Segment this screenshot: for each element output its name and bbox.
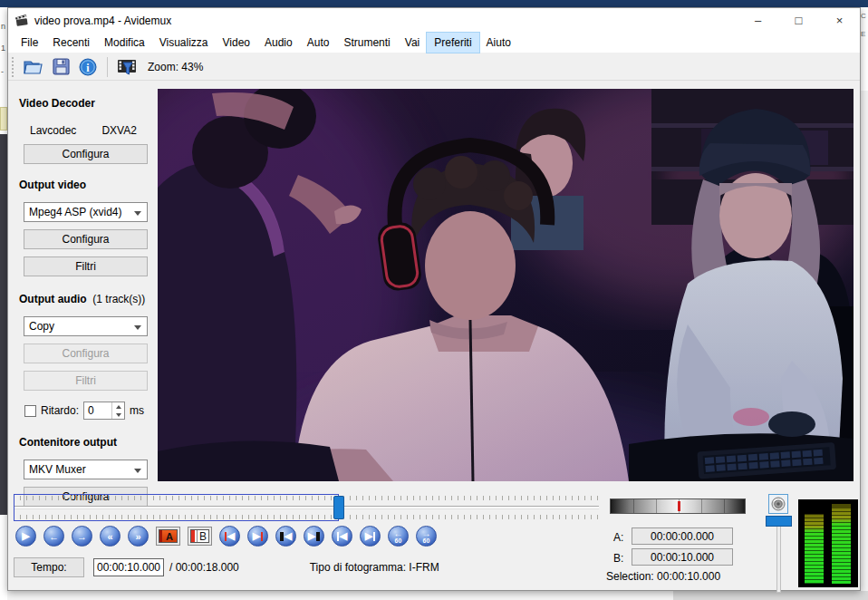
goto-marker-a-button[interactable]: ◀ bbox=[219, 526, 240, 547]
output-audio-heading: Output audio (1 track(s)) bbox=[19, 293, 158, 305]
menu-bar: File Recenti Modifica Visualizza Video A… bbox=[8, 33, 860, 53]
marker-b-label: B: bbox=[613, 552, 623, 565]
minimize-button[interactable]: – bbox=[738, 8, 778, 33]
title-bar[interactable]: video prova.mp4 - Avidemux – □ × bbox=[8, 8, 860, 33]
toolbar: i Zoom: 43% bbox=[8, 53, 860, 81]
audio-vu-meter bbox=[798, 499, 858, 587]
forward-fast-button[interactable]: » bbox=[128, 526, 149, 547]
transport-controls: ▶ ← → « » A B ◀ ▶ ◀ ▶ ◀ ▶ ←60 →60 bbox=[15, 526, 437, 547]
app-icon bbox=[15, 15, 29, 27]
speaker-icon bbox=[771, 497, 786, 511]
open-file-button[interactable] bbox=[22, 56, 45, 78]
video-configure-button[interactable]: Configura bbox=[24, 229, 148, 249]
delay-unit-label: ms bbox=[130, 404, 144, 417]
mute-button[interactable] bbox=[768, 494, 788, 514]
chevron-down-icon bbox=[134, 469, 141, 473]
video-frame-image bbox=[158, 89, 854, 481]
decoder-lib-label: Lavcodec bbox=[30, 124, 76, 137]
filter-film-icon bbox=[117, 58, 137, 76]
current-time-field[interactable]: 00:00:10.000 bbox=[93, 558, 164, 576]
goto-marker-b-button[interactable]: ▶ bbox=[247, 526, 268, 547]
menu-auto[interactable]: Auto bbox=[300, 33, 337, 53]
info-button[interactable]: i bbox=[76, 56, 100, 78]
next-keyframe-button[interactable]: ▶ bbox=[360, 526, 381, 547]
menu-modifica[interactable]: Modifica bbox=[97, 33, 152, 53]
time-mode-button[interactable]: Tempo: bbox=[14, 557, 84, 577]
prev-frame-button[interactable]: ← bbox=[43, 526, 64, 547]
background-window-left: n 1 - bbox=[0, 7, 7, 600]
video-filters-button[interactable] bbox=[115, 56, 139, 78]
play-button[interactable]: ▶ bbox=[15, 526, 36, 547]
close-button[interactable]: × bbox=[819, 8, 860, 33]
spin-down-icon[interactable] bbox=[112, 411, 124, 419]
menu-strumenti[interactable]: Strumenti bbox=[336, 33, 397, 53]
container-heading: Contenitore output bbox=[19, 436, 158, 449]
timeline-cursor[interactable] bbox=[333, 496, 344, 519]
shuttle-wheel[interactable] bbox=[610, 498, 746, 514]
vu-right-channel bbox=[832, 504, 851, 584]
marker-b-time-field: 00:00:10.000 bbox=[632, 548, 733, 566]
window-title: video prova.mp4 - Avidemux bbox=[34, 15, 171, 27]
background-bottom-left bbox=[7, 591, 673, 600]
video-codec-select[interactable]: Mpeg4 ASP (xvid4) bbox=[24, 202, 148, 222]
maximize-button[interactable]: □ bbox=[778, 8, 819, 33]
save-file-button[interactable] bbox=[49, 56, 72, 78]
menu-aiuto[interactable]: Aiuto bbox=[479, 33, 518, 53]
audio-codec-select[interactable]: Copy bbox=[24, 316, 148, 336]
set-marker-a-button[interactable]: A bbox=[156, 527, 180, 546]
sidebar: Video Decoder Lavcodec DXVA2 Configura O… bbox=[8, 84, 158, 481]
vu-left-channel bbox=[805, 514, 824, 584]
marker-a-label: A: bbox=[613, 531, 623, 544]
back-60-frames-button[interactable]: ←60 bbox=[388, 526, 409, 547]
decoder-configure-button[interactable]: Configura bbox=[24, 144, 148, 164]
volume-track[interactable] bbox=[776, 518, 781, 593]
menu-recenti[interactable]: Recenti bbox=[45, 33, 97, 53]
marker-a-time-field: 00:00:00.000 bbox=[632, 527, 733, 545]
muxer-select[interactable]: MKV Muxer bbox=[24, 460, 148, 479]
shuttle-center-mark bbox=[678, 501, 680, 511]
forward-60-frames-button[interactable]: →60 bbox=[416, 526, 437, 547]
audio-tracks-note: (1 track(s)) bbox=[92, 293, 145, 305]
decoder-hw-label: DXVA2 bbox=[101, 124, 136, 137]
menu-vai[interactable]: Vai bbox=[398, 33, 427, 53]
audio-configure-button: Configura bbox=[24, 344, 148, 363]
delay-label: Ritardo: bbox=[41, 404, 79, 417]
timeline-slider[interactable] bbox=[14, 494, 599, 521]
time-row: Tempo: 00:00:10.000 / 00:00:18.000 Tipo … bbox=[14, 557, 439, 577]
background-bottom-right bbox=[673, 591, 868, 600]
toolbar-separator bbox=[107, 57, 108, 77]
prev-keyframe-button[interactable]: ◀ bbox=[332, 526, 352, 547]
spin-up-icon[interactable] bbox=[112, 402, 124, 411]
menu-video[interactable]: Video bbox=[216, 33, 257, 53]
frame-type-label: Tipo di fotogramma: I-FRM bbox=[310, 561, 439, 574]
zoom-level-label: Zoom: 43% bbox=[148, 61, 203, 73]
menu-preferiti[interactable]: Preferiti bbox=[427, 33, 478, 53]
back-fast-button[interactable]: « bbox=[100, 526, 121, 547]
total-duration-label: / 00:00:18.000 bbox=[169, 561, 239, 574]
audio-filters-button: Filtri bbox=[24, 371, 148, 391]
delay-checkbox[interactable] bbox=[24, 405, 36, 417]
menu-file[interactable]: File bbox=[14, 33, 45, 53]
chevron-down-icon bbox=[134, 325, 141, 330]
menu-audio[interactable]: Audio bbox=[257, 33, 300, 53]
prev-black-frame-button[interactable]: ◀ bbox=[275, 526, 296, 547]
video-filters-list-button[interactable]: Filtri bbox=[24, 256, 148, 276]
background-taskbar-strip bbox=[0, 0, 868, 7]
avidemux-window: video prova.mp4 - Avidemux – □ × File Re… bbox=[7, 7, 861, 591]
menu-visualizza[interactable]: Visualizza bbox=[152, 33, 216, 53]
toolbar-grip[interactable] bbox=[11, 57, 15, 77]
output-video-heading: Output video bbox=[19, 179, 158, 191]
background-window-right: CE bbox=[861, 7, 868, 600]
next-black-frame-button[interactable]: ▶ bbox=[304, 526, 324, 547]
selection-duration-label: Selection: 00:00:10.000 bbox=[606, 570, 720, 583]
selection-region bbox=[14, 494, 339, 521]
video-decoder-heading: Video Decoder bbox=[19, 97, 158, 110]
floppy-disk-icon bbox=[53, 58, 70, 75]
open-folder-icon bbox=[24, 59, 43, 75]
info-icon: i bbox=[79, 58, 97, 76]
next-frame-button[interactable]: → bbox=[72, 526, 92, 547]
volume-handle[interactable] bbox=[766, 516, 792, 527]
delay-spinner[interactable]: 0 bbox=[83, 402, 125, 420]
set-marker-b-button[interactable]: B bbox=[188, 527, 212, 546]
chevron-down-icon bbox=[134, 211, 141, 216]
